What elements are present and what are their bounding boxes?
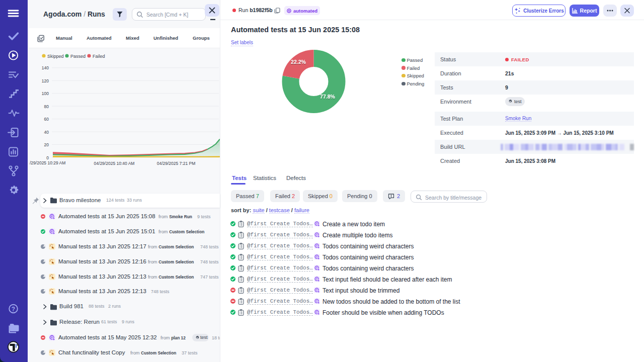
svg-text:140: 140	[42, 65, 49, 70]
svg-text:Failed: Failed	[93, 54, 105, 59]
svg-text:40: 40	[44, 130, 49, 135]
svg-text:/29/2025 10:29 AM: /29/2025 10:29 AM	[30, 160, 65, 165]
svg-text:100: 100	[42, 91, 49, 96]
svg-text:22.2%: 22.2%	[291, 59, 306, 65]
svg-text:120: 120	[42, 78, 49, 83]
svg-text:04/29/2025 10:40 AM: 04/29/2025 10:40 AM	[94, 161, 135, 166]
svg-text:Skipped: Skipped	[47, 54, 64, 59]
svg-text:60: 60	[44, 117, 49, 122]
svg-text:04/29/2025 7:21 PM: 04/29/2025 7:21 PM	[157, 161, 196, 166]
svg-text:?: ?	[12, 306, 15, 313]
svg-text:20: 20	[44, 142, 49, 147]
svg-text:80: 80	[44, 104, 49, 109]
svg-text:0: 0	[46, 155, 49, 160]
svg-text:Passed: Passed	[70, 54, 86, 59]
svg-text:77.8%: 77.8%	[320, 94, 335, 100]
